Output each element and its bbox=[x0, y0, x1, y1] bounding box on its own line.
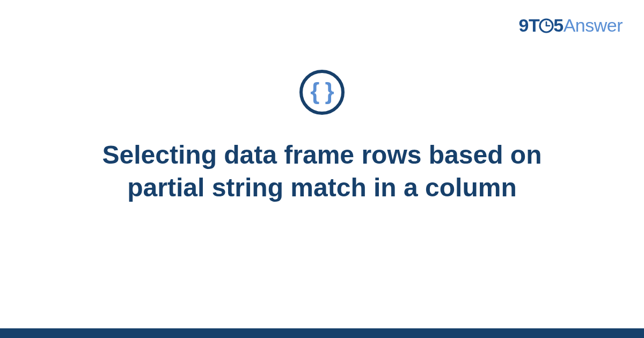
code-braces-icon: { } bbox=[310, 79, 333, 103]
site-logo: 9T5Answer bbox=[519, 15, 623, 38]
main-content: { } Selecting data frame rows based on p… bbox=[0, 70, 644, 204]
clock-icon bbox=[538, 17, 554, 38]
logo-answer: Answer bbox=[564, 15, 623, 35]
logo-t: T bbox=[529, 15, 539, 35]
category-badge: { } bbox=[299, 70, 345, 115]
logo-nine: 9 bbox=[519, 15, 529, 35]
footer-accent-bar bbox=[0, 328, 644, 338]
page-title: Selecting data frame rows based on parti… bbox=[48, 138, 596, 204]
logo-five: 5 bbox=[553, 15, 563, 35]
